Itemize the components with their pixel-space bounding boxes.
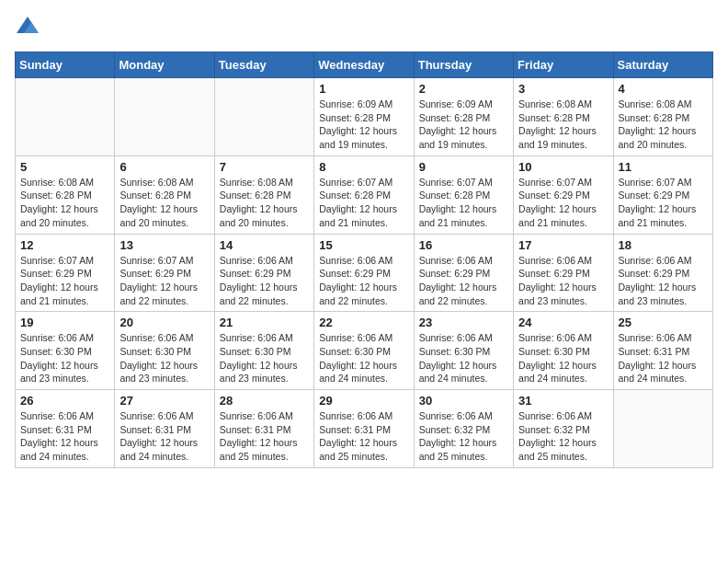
day-info: Sunrise: 6:06 AM Sunset: 6:31 PM Dayligh…	[319, 409, 408, 464]
day-info: Sunrise: 6:07 AM Sunset: 6:29 PM Dayligh…	[619, 176, 708, 230]
calendar-cell: 22Sunrise: 6:06 AM Sunset: 6:30 PM Dayli…	[314, 312, 414, 390]
day-number: 22	[319, 316, 408, 329]
day-info: Sunrise: 6:06 AM Sunset: 6:30 PM Dayligh…	[518, 331, 608, 385]
day-number: 18	[619, 238, 708, 252]
calendar-cell: 23Sunrise: 6:06 AM Sunset: 6:30 PM Dayli…	[414, 312, 513, 390]
calendar-week-row-2: 5Sunrise: 6:08 AM Sunset: 6:28 PM Daylig…	[16, 155, 713, 234]
calendar-cell: 11Sunrise: 6:07 AM Sunset: 6:29 PM Dayli…	[613, 155, 712, 234]
day-info: Sunrise: 6:06 AM Sunset: 6:31 PM Dayligh…	[619, 331, 708, 385]
day-number: 1	[319, 82, 408, 96]
day-number: 12	[20, 238, 109, 252]
calendar-week-row-1: 1Sunrise: 6:09 AM Sunset: 6:28 PM Daylig…	[16, 78, 713, 156]
day-number: 19	[20, 316, 109, 329]
day-number: 24	[518, 316, 608, 329]
calendar-cell: 12Sunrise: 6:07 AM Sunset: 6:29 PM Dayli…	[16, 234, 115, 312]
calendar-cell: 16Sunrise: 6:06 AM Sunset: 6:29 PM Dayli…	[414, 234, 513, 312]
calendar-week-row-5: 26Sunrise: 6:06 AM Sunset: 6:31 PM Dayli…	[16, 390, 713, 468]
day-number: 23	[419, 316, 508, 329]
day-info: Sunrise: 6:06 AM Sunset: 6:29 PM Dayligh…	[419, 254, 508, 308]
weekday-header-friday: Friday	[514, 52, 613, 78]
logo-icon	[15, 15, 40, 40]
day-number: 27	[119, 394, 209, 408]
calendar-cell	[115, 78, 214, 156]
day-number: 29	[319, 394, 408, 408]
weekday-header-saturday: Saturday	[613, 52, 712, 78]
day-info: Sunrise: 6:07 AM Sunset: 6:28 PM Dayligh…	[319, 176, 408, 230]
weekday-header-monday: Monday	[115, 52, 214, 78]
day-info: Sunrise: 6:06 AM Sunset: 6:32 PM Dayligh…	[518, 409, 608, 464]
day-info: Sunrise: 6:06 AM Sunset: 6:30 PM Dayligh…	[419, 331, 508, 385]
day-info: Sunrise: 6:08 AM Sunset: 6:28 PM Dayligh…	[220, 176, 309, 230]
day-number: 3	[518, 82, 608, 96]
day-info: Sunrise: 6:06 AM Sunset: 6:29 PM Dayligh…	[319, 254, 408, 308]
day-info: Sunrise: 6:06 AM Sunset: 6:29 PM Dayligh…	[220, 254, 309, 308]
day-number: 31	[518, 394, 608, 408]
calendar-cell: 3Sunrise: 6:08 AM Sunset: 6:28 PM Daylig…	[514, 78, 613, 156]
calendar-cell: 7Sunrise: 6:08 AM Sunset: 6:28 PM Daylig…	[214, 155, 313, 234]
day-info: Sunrise: 6:06 AM Sunset: 6:29 PM Dayligh…	[518, 254, 608, 308]
calendar-cell: 14Sunrise: 6:06 AM Sunset: 6:29 PM Dayli…	[214, 234, 313, 312]
calendar-cell	[613, 390, 712, 468]
day-info: Sunrise: 6:06 AM Sunset: 6:31 PM Dayligh…	[220, 409, 309, 464]
day-info: Sunrise: 6:06 AM Sunset: 6:30 PM Dayligh…	[119, 331, 209, 385]
day-number: 8	[319, 160, 408, 174]
day-info: Sunrise: 6:06 AM Sunset: 6:29 PM Dayligh…	[619, 254, 708, 308]
calendar-cell: 28Sunrise: 6:06 AM Sunset: 6:31 PM Dayli…	[214, 390, 313, 468]
weekday-header-sunday: Sunday	[16, 52, 115, 78]
calendar-cell: 15Sunrise: 6:06 AM Sunset: 6:29 PM Dayli…	[314, 234, 414, 312]
day-info: Sunrise: 6:08 AM Sunset: 6:28 PM Dayligh…	[20, 176, 109, 230]
day-number: 15	[319, 238, 408, 252]
day-number: 6	[119, 160, 209, 174]
day-info: Sunrise: 6:09 AM Sunset: 6:28 PM Dayligh…	[319, 98, 408, 152]
day-info: Sunrise: 6:09 AM Sunset: 6:28 PM Dayligh…	[419, 98, 508, 152]
day-number: 14	[220, 238, 309, 252]
day-info: Sunrise: 6:08 AM Sunset: 6:28 PM Dayligh…	[619, 98, 708, 152]
weekday-header-wednesday: Wednesday	[314, 52, 414, 78]
calendar-cell: 10Sunrise: 6:07 AM Sunset: 6:29 PM Dayli…	[514, 155, 613, 234]
calendar-cell: 31Sunrise: 6:06 AM Sunset: 6:32 PM Dayli…	[514, 390, 613, 468]
day-info: Sunrise: 6:06 AM Sunset: 6:30 PM Dayligh…	[20, 331, 109, 385]
day-info: Sunrise: 6:08 AM Sunset: 6:28 PM Dayligh…	[119, 176, 209, 230]
calendar-cell: 19Sunrise: 6:06 AM Sunset: 6:30 PM Dayli…	[16, 312, 115, 390]
day-number: 11	[619, 160, 708, 174]
day-number: 10	[518, 160, 608, 174]
day-info: Sunrise: 6:07 AM Sunset: 6:29 PM Dayligh…	[119, 254, 209, 308]
day-info: Sunrise: 6:06 AM Sunset: 6:32 PM Dayligh…	[419, 409, 508, 464]
calendar-cell: 4Sunrise: 6:08 AM Sunset: 6:28 PM Daylig…	[613, 78, 712, 156]
day-info: Sunrise: 6:07 AM Sunset: 6:29 PM Dayligh…	[518, 176, 608, 230]
calendar-cell: 8Sunrise: 6:07 AM Sunset: 6:28 PM Daylig…	[314, 155, 414, 234]
calendar-cell: 1Sunrise: 6:09 AM Sunset: 6:28 PM Daylig…	[314, 78, 414, 156]
calendar-cell: 13Sunrise: 6:07 AM Sunset: 6:29 PM Dayli…	[115, 234, 214, 312]
day-number: 20	[119, 316, 209, 329]
day-number: 2	[419, 82, 508, 96]
day-info: Sunrise: 6:06 AM Sunset: 6:31 PM Dayligh…	[119, 409, 209, 464]
day-info: Sunrise: 6:06 AM Sunset: 6:30 PM Dayligh…	[220, 331, 309, 385]
calendar-cell: 21Sunrise: 6:06 AM Sunset: 6:30 PM Dayli…	[214, 312, 313, 390]
day-number: 25	[619, 316, 708, 329]
day-number: 30	[419, 394, 508, 408]
day-info: Sunrise: 6:08 AM Sunset: 6:28 PM Dayligh…	[518, 98, 608, 152]
calendar-cell: 20Sunrise: 6:06 AM Sunset: 6:30 PM Dayli…	[115, 312, 214, 390]
calendar-cell: 24Sunrise: 6:06 AM Sunset: 6:30 PM Dayli…	[514, 312, 613, 390]
calendar-cell	[16, 78, 115, 156]
day-number: 16	[419, 238, 508, 252]
day-number: 13	[119, 238, 209, 252]
calendar-cell: 2Sunrise: 6:09 AM Sunset: 6:28 PM Daylig…	[414, 78, 513, 156]
calendar-week-row-4: 19Sunrise: 6:06 AM Sunset: 6:30 PM Dayli…	[16, 312, 713, 390]
calendar-cell: 25Sunrise: 6:06 AM Sunset: 6:31 PM Dayli…	[613, 312, 712, 390]
calendar-week-row-3: 12Sunrise: 6:07 AM Sunset: 6:29 PM Dayli…	[16, 234, 713, 312]
day-number: 7	[220, 160, 309, 174]
weekday-header-row: SundayMondayTuesdayWednesdayThursdayFrid…	[16, 52, 713, 78]
day-number: 5	[20, 160, 109, 174]
day-number: 17	[518, 238, 608, 252]
day-info: Sunrise: 6:07 AM Sunset: 6:29 PM Dayligh…	[20, 254, 109, 308]
calendar-cell: 18Sunrise: 6:06 AM Sunset: 6:29 PM Dayli…	[613, 234, 712, 312]
day-number: 9	[419, 160, 508, 174]
page-header	[15, 15, 713, 40]
calendar-cell: 27Sunrise: 6:06 AM Sunset: 6:31 PM Dayli…	[115, 390, 214, 468]
calendar-cell	[214, 78, 313, 156]
day-number: 26	[20, 394, 109, 408]
day-info: Sunrise: 6:06 AM Sunset: 6:31 PM Dayligh…	[20, 409, 109, 464]
day-info: Sunrise: 6:07 AM Sunset: 6:28 PM Dayligh…	[419, 176, 508, 230]
calendar-cell: 9Sunrise: 6:07 AM Sunset: 6:28 PM Daylig…	[414, 155, 513, 234]
